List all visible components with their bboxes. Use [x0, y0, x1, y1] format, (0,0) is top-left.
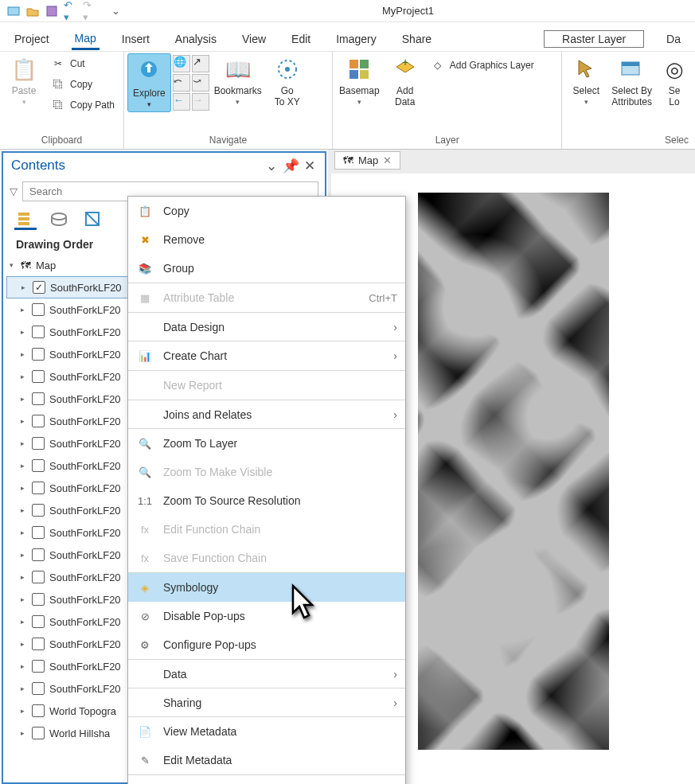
- layer-checkbox[interactable]: [32, 548, 45, 561]
- tab-edit[interactable]: Edit: [288, 29, 314, 49]
- layer-checkbox[interactable]: [32, 638, 45, 650]
- layer-checkbox[interactable]: [32, 326, 45, 338]
- expand-icon[interactable]: ▸: [21, 618, 30, 626]
- ctx-joins-and-relates[interactable]: Joins and Relates›: [128, 400, 405, 428]
- context-tab-data[interactable]: Da: [663, 29, 684, 49]
- layer-checkbox[interactable]: [32, 660, 45, 673]
- panel-menu-icon[interactable]: ⌄: [264, 158, 279, 173]
- select-by-attributes-button[interactable]: Select By Attributes: [608, 53, 655, 109]
- ctx-copy[interactable]: 📋Copy: [128, 197, 405, 225]
- context-tab-raster-layer[interactable]: Raster Layer: [544, 30, 644, 48]
- tab-map[interactable]: Map: [72, 29, 100, 50]
- expand-icon[interactable]: ▸: [21, 350, 30, 358]
- tab-share[interactable]: Share: [399, 29, 435, 49]
- layer-checkbox[interactable]: [32, 459, 45, 472]
- layer-checkbox[interactable]: [32, 504, 45, 517]
- tab-view[interactable]: View: [239, 29, 269, 49]
- layer-checkbox[interactable]: [32, 727, 45, 739]
- layer-checkbox[interactable]: [32, 348, 45, 361]
- expand-icon[interactable]: ▸: [21, 462, 30, 470]
- layer-checkbox[interactable]: [32, 704, 45, 717]
- goto-xy-button[interactable]: Go To XY: [267, 53, 308, 109]
- select-button[interactable]: Select ▾: [565, 53, 607, 107]
- layer-checkbox[interactable]: ✓: [33, 281, 45, 294]
- expand-icon[interactable]: ▸: [21, 484, 30, 492]
- back-icon[interactable]: ←: [173, 93, 190, 111]
- undo-icon[interactable]: ↶ ▾: [64, 4, 78, 18]
- layer-checkbox[interactable]: [32, 615, 45, 628]
- ctx-group[interactable]: 📚Group: [128, 254, 405, 283]
- next-extent-icon[interactable]: ⤻: [192, 74, 209, 92]
- layer-checkbox[interactable]: [32, 526, 45, 539]
- expand-icon[interactable]: ▸: [21, 328, 30, 336]
- close-tab-icon[interactable]: ✕: [383, 154, 392, 166]
- expand-icon[interactable]: ▸: [21, 283, 31, 291]
- qat-dropdown-icon[interactable]: ⌄: [108, 4, 123, 18]
- tab-project[interactable]: Project: [11, 29, 53, 49]
- save-icon[interactable]: [45, 4, 59, 18]
- panel-close-icon[interactable]: ✕: [303, 158, 317, 173]
- redo-icon[interactable]: ↷ ▾: [83, 4, 97, 18]
- expand-icon[interactable]: ▸: [21, 707, 30, 715]
- layer-checkbox[interactable]: [32, 571, 45, 583]
- tab-insert[interactable]: Insert: [119, 29, 153, 49]
- add-graphics-layer-button[interactable]: ◇ Add Graphics Layer: [428, 53, 537, 74]
- ctx-symbology[interactable]: ◈Symbology: [128, 573, 405, 602]
- expand-icon[interactable]: ▸: [21, 685, 30, 692]
- layer-checkbox[interactable]: [32, 370, 45, 383]
- filter-icon[interactable]: ▽: [10, 185, 18, 197]
- ctx-zoom-to-source-resolution[interactable]: 1:1Zoom To Source Resolution: [128, 486, 405, 515]
- ctx-data-design[interactable]: Data Design›: [128, 312, 405, 341]
- expand-icon[interactable]: ▸: [21, 506, 30, 514]
- forward-icon[interactable]: →: [192, 93, 209, 111]
- ctx-create-chart[interactable]: 📊Create Chart›: [128, 341, 405, 370]
- open-project-icon[interactable]: [25, 4, 40, 18]
- expand-icon[interactable]: ▸: [21, 729, 30, 737]
- layer-checkbox[interactable]: [32, 437, 45, 450]
- expand-icon[interactable]: ▸: [21, 439, 30, 447]
- ctx-sharing[interactable]: Sharing›: [128, 688, 405, 716]
- ctx-disable-pop-ups[interactable]: ⊘Disable Pop-ups: [128, 602, 405, 630]
- full-extent-icon[interactable]: 🌐: [173, 55, 190, 72]
- ctx-configure-pop-ups[interactable]: ⚙Configure Pop-ups: [128, 630, 405, 659]
- layer-checkbox[interactable]: [32, 415, 45, 427]
- list-by-selection-icon[interactable]: [81, 208, 103, 230]
- paste-button[interactable]: 📋 Paste ▾: [3, 53, 45, 107]
- expand-icon[interactable]: ▸: [21, 595, 30, 603]
- bookmarks-button[interactable]: 📖 Bookmarks ▾: [211, 53, 265, 107]
- expand-icon[interactable]: ▸: [21, 573, 30, 581]
- list-by-drawing-order-icon[interactable]: [14, 208, 37, 230]
- list-by-source-icon[interactable]: [48, 208, 70, 230]
- expand-icon[interactable]: ▸: [21, 551, 30, 559]
- tab-imagery[interactable]: Imagery: [333, 29, 380, 49]
- cut-button[interactable]: ✂Cut: [48, 55, 118, 72]
- tab-analysis[interactable]: Analysis: [172, 29, 220, 49]
- explore-button[interactable]: Explore ▾: [127, 53, 171, 112]
- panel-pin-icon[interactable]: 📌: [283, 158, 298, 173]
- ctx-edit-metadata[interactable]: ✎Edit Metadata: [128, 746, 405, 774]
- prev-extent-icon[interactable]: ⤺: [173, 74, 190, 92]
- ctx-view-metadata[interactable]: 📄View Metadata: [128, 717, 405, 746]
- ctx-remove[interactable]: ✖Remove: [128, 225, 405, 254]
- new-project-icon[interactable]: [6, 4, 21, 18]
- layer-checkbox[interactable]: [32, 392, 45, 405]
- expand-icon[interactable]: ▸: [21, 529, 30, 536]
- expand-icon[interactable]: ▸: [21, 640, 30, 648]
- copy-path-button[interactable]: ⿻Copy Path: [48, 96, 118, 114]
- expand-icon[interactable]: ▸: [21, 662, 30, 670]
- basemap-button[interactable]: Basemap ▾: [336, 53, 383, 107]
- fixed-zoom-in-icon[interactable]: ↗: [192, 55, 209, 72]
- layer-checkbox[interactable]: [32, 593, 45, 606]
- layer-checkbox[interactable]: [32, 303, 45, 316]
- add-data-button[interactable]: + Add Data: [385, 53, 426, 109]
- copy-button[interactable]: ⿻Copy: [48, 76, 118, 93]
- ctx-zoom-to-layer[interactable]: 🔍Zoom To Layer: [128, 429, 405, 458]
- expand-icon[interactable]: ▾: [10, 261, 19, 269]
- expand-icon[interactable]: ▸: [21, 395, 30, 403]
- ctx-data[interactable]: Data›: [128, 659, 405, 688]
- expand-icon[interactable]: ▸: [21, 372, 30, 380]
- select-by-location-button[interactable]: ◎ Se Lo: [657, 53, 692, 109]
- expand-icon[interactable]: ▸: [21, 417, 30, 425]
- ctx-properties[interactable]: Properties: [128, 775, 405, 784]
- expand-icon[interactable]: ▸: [21, 306, 30, 314]
